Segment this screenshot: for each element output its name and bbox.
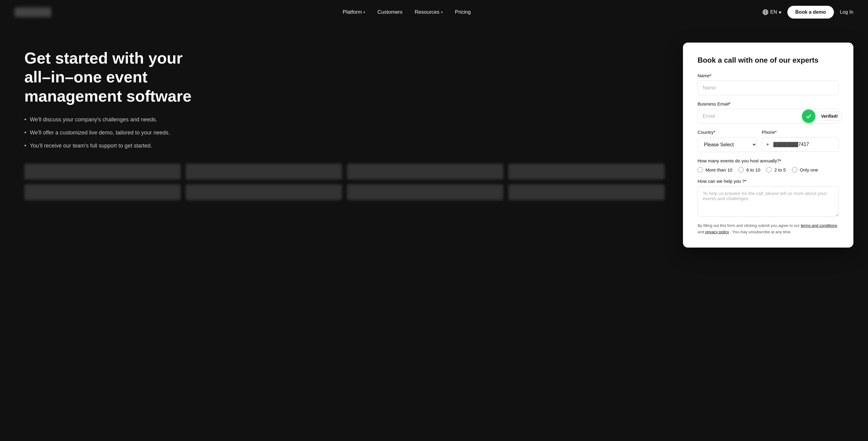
nav-pricing[interactable]: Pricing — [455, 9, 471, 15]
logo — [14, 7, 51, 17]
book-demo-button[interactable]: Book a demo — [787, 6, 834, 19]
email-group: Business Email* Verified! — [698, 101, 839, 124]
country-select[interactable]: Please Select — [698, 137, 757, 152]
phone-label: Phone* — [762, 130, 839, 135]
verified-check-icon — [802, 109, 815, 123]
lang-chevron-icon: ▾ — [779, 9, 781, 15]
help-textarea[interactable] — [698, 186, 839, 216]
verified-text: Verified! — [817, 112, 842, 121]
radio-only-one-input[interactable] — [792, 167, 797, 172]
phone-input-wrapper: + — [762, 137, 839, 152]
radio-only-one[interactable]: Only one — [792, 167, 818, 172]
partner-logo-5 — [24, 184, 181, 200]
left-content: Get started with your all–in–one event m… — [24, 42, 665, 200]
main-container: Get started with your all–in–one event m… — [0, 24, 868, 441]
radio-2-to-5[interactable]: 2 to 5 — [766, 167, 786, 172]
events-section: How many events do you host annually?* M… — [698, 158, 839, 172]
nav-right: EN ▾ Book a demo Log In — [763, 6, 854, 19]
nav-platform[interactable]: Platform ▾ — [343, 9, 365, 15]
help-group: How can we help you ?* — [698, 178, 839, 218]
privacy-link[interactable]: privacy policy — [705, 230, 729, 234]
partner-logo-3 — [347, 164, 503, 179]
resources-chevron-icon: ▾ — [441, 10, 443, 14]
help-label: How can we help you ?* — [698, 178, 839, 184]
phone-prefix: + — [762, 137, 772, 151]
hero-title: Get started with your all–in–one event m… — [24, 49, 201, 105]
login-button[interactable]: Log In — [840, 9, 854, 15]
form-card: Book a call with one of our experts Name… — [683, 42, 854, 247]
radio-6-to-10[interactable]: 6 to 10 — [738, 167, 760, 172]
partner-logo-1 — [24, 164, 181, 179]
platform-chevron-icon: ▾ — [363, 10, 365, 14]
partner-logo-7 — [347, 184, 503, 200]
partner-logo-4 — [508, 164, 665, 179]
bullet-item-3: You'll receive our team's full support t… — [24, 143, 665, 149]
form-title: Book a call with one of our experts — [698, 56, 839, 65]
country-label: Country* — [698, 130, 757, 135]
radio-2-to-5-input[interactable] — [766, 167, 772, 172]
bullet-list: We'll discuss your company's challenges … — [24, 116, 665, 149]
country-group: Country* Please Select — [698, 130, 757, 152]
bullet-item-1: We'll discuss your company's challenges … — [24, 116, 665, 123]
partner-logo-6 — [186, 184, 342, 200]
events-label: How many events do you host annually?* — [698, 158, 839, 163]
nav-customers[interactable]: Customers — [377, 9, 402, 15]
partner-logo-2 — [186, 164, 342, 179]
name-input[interactable] — [698, 80, 839, 95]
phone-group: Phone* + — [762, 130, 839, 152]
radio-6-to-10-input[interactable] — [738, 167, 744, 172]
partner-logos-row2 — [24, 184, 665, 200]
bullet-item-2: We'll offer a customized live demo, tail… — [24, 130, 665, 136]
partner-logo-8 — [508, 184, 665, 200]
phone-input[interactable] — [772, 137, 838, 151]
name-label: Name* — [698, 73, 839, 78]
verified-badge: Verified! — [802, 109, 842, 123]
nav-resources[interactable]: Resources ▾ — [415, 9, 443, 15]
partner-logos-row1 — [24, 164, 665, 179]
language-selector[interactable]: EN ▾ — [763, 9, 781, 15]
email-label: Business Email* — [698, 101, 839, 106]
nav-links: Platform ▾ Customers Resources ▾ Pricing — [343, 9, 471, 15]
radio-more-than-10[interactable]: More than 10 — [698, 167, 732, 172]
form-footer: By filling out this form and clicking su… — [698, 223, 839, 235]
country-phone-row: Country* Please Select Phone* + — [698, 130, 839, 152]
email-wrapper: Verified! — [698, 109, 839, 124]
terms-link[interactable]: terms and conditions — [801, 223, 837, 228]
globe-icon — [763, 9, 769, 15]
radio-more-than-10-input[interactable] — [698, 167, 703, 172]
events-radio-group: More than 10 6 to 10 2 to 5 Only one — [698, 167, 839, 172]
navbar: Platform ▾ Customers Resources ▾ Pricing — [0, 0, 868, 24]
name-group: Name* — [698, 73, 839, 95]
